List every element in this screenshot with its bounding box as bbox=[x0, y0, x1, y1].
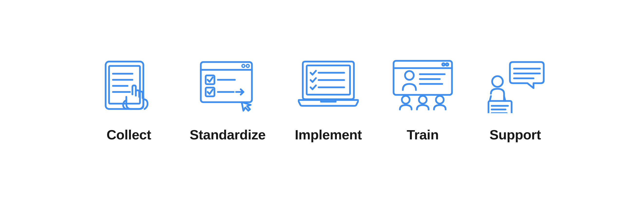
support-label: Support bbox=[490, 127, 541, 142]
svg-point-8 bbox=[242, 64, 245, 68]
svg-rect-35 bbox=[488, 101, 512, 113]
svg-point-22 bbox=[442, 63, 445, 66]
collect-label: Collect bbox=[106, 127, 151, 142]
standardize-icon bbox=[196, 57, 259, 115]
svg-marker-15 bbox=[242, 102, 251, 111]
svg-point-23 bbox=[446, 63, 448, 66]
support-icon bbox=[484, 57, 547, 115]
implement-icon bbox=[297, 57, 360, 115]
item-standardize: Standardize bbox=[190, 57, 266, 142]
svg-point-30 bbox=[436, 96, 444, 104]
svg-point-29 bbox=[419, 96, 427, 104]
standardize-label: Standardize bbox=[190, 127, 266, 142]
svg-point-28 bbox=[402, 96, 410, 104]
train-label: Train bbox=[407, 127, 438, 142]
collect-icon bbox=[97, 57, 160, 115]
main-container: Collect bbox=[78, 42, 566, 157]
item-collect: Collect bbox=[97, 57, 160, 142]
implement-label: Implement bbox=[295, 127, 362, 142]
item-support: Support bbox=[484, 57, 547, 142]
svg-point-9 bbox=[246, 64, 249, 68]
item-train: Train bbox=[391, 57, 454, 142]
svg-point-24 bbox=[405, 71, 414, 80]
svg-point-34 bbox=[492, 76, 503, 87]
item-implement: Implement bbox=[295, 57, 362, 142]
train-icon bbox=[391, 57, 454, 115]
